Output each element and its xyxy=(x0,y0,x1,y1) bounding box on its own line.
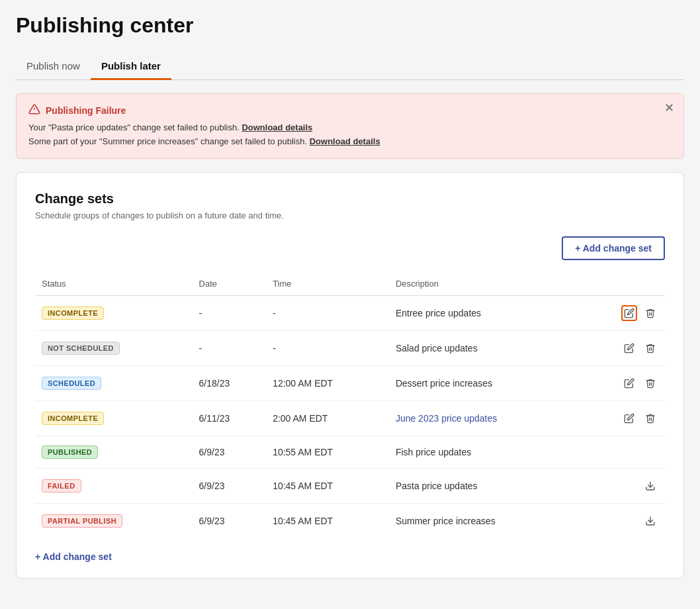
warning-icon xyxy=(28,103,40,117)
edit-button[interactable] xyxy=(621,340,637,356)
cell-actions xyxy=(581,503,665,538)
status-badge: INCOMPLETE xyxy=(42,306,104,320)
page-title: Publishing center xyxy=(16,13,684,38)
alert-header: Publishing Failure xyxy=(28,103,672,117)
add-change-set-button-bottom[interactable]: + Add change set xyxy=(35,551,112,562)
alert-line1: Your "Pasta price updates" change set fa… xyxy=(28,121,672,135)
table-row: PUBLISHED6/9/2310:55 AM EDTFish price up… xyxy=(35,436,665,468)
alert-close-button[interactable]: ✕ xyxy=(664,102,674,114)
table-row: SCHEDULED6/18/2312:00 AM EDTDessert pric… xyxy=(35,365,665,400)
tab-publish-now[interactable]: Publish now xyxy=(16,54,91,80)
status-badge: PUBLISHED xyxy=(42,445,98,459)
cell-description: Dessert price increases xyxy=(389,365,581,400)
edit-button[interactable] xyxy=(621,375,637,391)
cell-actions xyxy=(581,400,665,436)
download-button[interactable] xyxy=(642,478,658,494)
delete-button[interactable] xyxy=(642,340,658,356)
alert-line2: Some part of your "Summer price increase… xyxy=(28,135,672,149)
col-description: Description xyxy=(389,273,581,296)
cell-time: 12:00 AM EDT xyxy=(266,365,389,400)
status-badge: FAILED xyxy=(42,479,81,492)
alert-banner: Publishing Failure Your "Pasta price upd… xyxy=(16,93,684,159)
card-header-row: + Add change set xyxy=(35,236,665,260)
card-title: Change sets xyxy=(35,191,665,207)
cell-date: 6/18/23 xyxy=(193,365,267,400)
tabs-bar: Publish now Publish later xyxy=(16,54,684,80)
tab-publish-later[interactable]: Publish later xyxy=(91,54,171,80)
col-date: Date xyxy=(193,273,267,296)
download-button[interactable] xyxy=(642,513,658,529)
table-row: NOT SCHEDULED--Salad price updates xyxy=(35,330,665,365)
table-row: PARTIAL PUBLISH6/9/2310:45 AM EDTSummer … xyxy=(35,503,665,538)
add-change-set-button-top[interactable]: + Add change set xyxy=(562,236,665,260)
download-details-link-2[interactable]: Download details xyxy=(310,136,380,146)
description-link[interactable]: June 2023 price updates xyxy=(396,413,497,424)
change-sets-card: Change sets Schedule groups of changes t… xyxy=(16,172,684,579)
cell-time: 10:45 AM EDT xyxy=(266,468,389,503)
cell-description: Fish price updates xyxy=(389,436,581,468)
cell-time: 10:55 AM EDT xyxy=(266,436,389,468)
cell-actions xyxy=(581,330,665,365)
edit-button[interactable] xyxy=(621,410,637,426)
cell-date: 6/9/23 xyxy=(193,436,267,468)
col-actions xyxy=(581,273,665,296)
status-badge: INCOMPLETE xyxy=(42,412,104,425)
cell-date: 6/9/23 xyxy=(193,503,267,538)
edit-button[interactable] xyxy=(621,305,637,321)
cell-description: Entree price updates xyxy=(389,295,581,330)
cell-time: 10:45 AM EDT xyxy=(266,503,389,538)
cell-description: June 2023 price updates xyxy=(389,400,581,436)
cell-date: 6/9/23 xyxy=(193,468,267,503)
cell-time: - xyxy=(266,330,389,365)
col-time: Time xyxy=(266,273,389,296)
table-row: FAILED6/9/2310:45 AM EDTPasta price upda… xyxy=(35,468,665,503)
table-row: INCOMPLETE6/11/232:00 AM EDTJune 2023 pr… xyxy=(35,400,665,436)
table-header-row: Status Date Time Description xyxy=(35,273,665,296)
cell-actions xyxy=(581,468,665,503)
cell-actions xyxy=(581,365,665,400)
status-badge: PARTIAL PUBLISH xyxy=(42,514,122,528)
delete-button[interactable] xyxy=(642,410,658,426)
page-container: Publishing center Publish now Publish la… xyxy=(0,0,700,609)
cell-description: Summer price increases xyxy=(389,503,581,538)
delete-button[interactable] xyxy=(642,305,658,321)
cell-description: Salad price updates xyxy=(389,330,581,365)
cell-time: 2:00 AM EDT xyxy=(266,400,389,436)
status-badge: SCHEDULED xyxy=(42,377,101,390)
change-sets-table: Status Date Time Description INCOMPLETE-… xyxy=(35,273,665,538)
cell-description: Pasta price updates xyxy=(389,468,581,503)
cell-date: 6/11/23 xyxy=(193,400,267,436)
cell-date: - xyxy=(193,295,267,330)
table-row: INCOMPLETE--Entree price updates xyxy=(35,295,665,330)
status-badge: NOT SCHEDULED xyxy=(42,342,120,355)
cell-time: - xyxy=(266,295,389,330)
card-subtitle: Schedule groups of changes to publish on… xyxy=(35,211,665,220)
delete-button[interactable] xyxy=(642,375,658,391)
cell-actions xyxy=(581,295,665,330)
cell-actions xyxy=(581,436,665,468)
cell-date: - xyxy=(193,330,267,365)
alert-body: Your "Pasta price updates" change set fa… xyxy=(28,121,672,149)
col-status: Status xyxy=(35,273,193,296)
download-details-link-1[interactable]: Download details xyxy=(241,122,312,132)
alert-title: Publishing Failure xyxy=(46,105,126,116)
